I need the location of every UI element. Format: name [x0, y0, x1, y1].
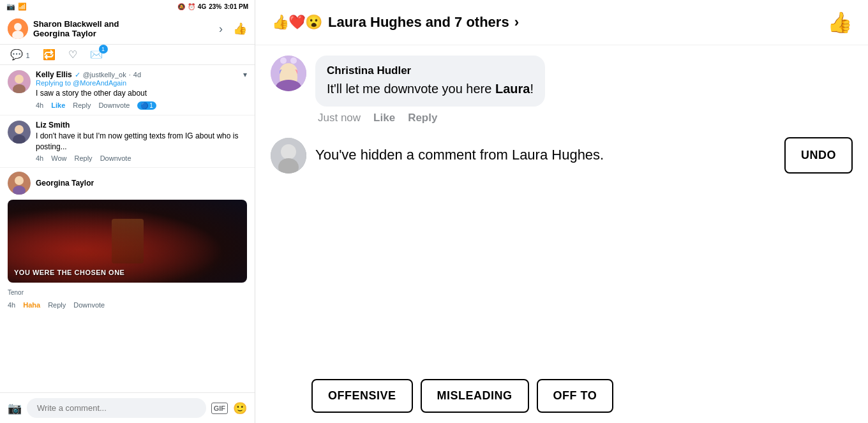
time-display: 3:01 PM — [224, 3, 248, 10]
liz-content: Liz Smith I don't have it but I'm now ge… — [36, 121, 247, 163]
comment-reply-button[interactable]: Reply — [408, 112, 437, 124]
svg-point-4 — [15, 75, 24, 84]
reactions-chevron-icon[interactable]: › — [514, 14, 519, 31]
header-names: Sharon Blackwell and Georgina Taylor — [33, 19, 119, 38]
mail-icon[interactable]: ✉️ 1 — [90, 48, 103, 61]
liz-reply-btn[interactable]: Reply — [75, 154, 93, 162]
retweet-icon[interactable]: 🔁 — [43, 48, 56, 61]
wifi-icon: 📶 — [18, 3, 27, 11]
kelly-reply-to: Replying to @MoreAndAgain — [36, 79, 247, 87]
georgina-actions: 4h Haha Reply Downvote — [0, 300, 255, 313]
comment-like-button[interactable]: Like — [373, 112, 395, 124]
network-type: 4G — [198, 3, 206, 10]
header-avatar — [8, 19, 28, 39]
kelly-tweet-text: I saw a story the other day about — [36, 88, 247, 99]
kelly-more-icon[interactable]: ▾ — [243, 70, 247, 79]
twitter-header: Sharon Blackwell and Georgina Taylor › 👍 — [0, 13, 255, 45]
georgina-avatar — [8, 172, 31, 195]
thumbs-up-button[interactable]: 👍 — [827, 10, 853, 34]
kelly-age: 4h — [36, 101, 43, 109]
kelly-verified-icon: ✓ — [75, 71, 80, 79]
heart-icon[interactable]: ♡ — [68, 48, 77, 61]
off-to-button[interactable]: OFF TO — [537, 379, 614, 413]
christina-bubble: Christina Hudler It'll let me downvote y… — [315, 56, 545, 107]
svg-point-10 — [15, 176, 24, 185]
status-left: 📷 📶 — [6, 3, 27, 11]
georgina-haha-btn[interactable]: Haha — [23, 301, 40, 309]
undo-button[interactable]: UNDO — [784, 137, 853, 174]
kelly-tweet-content: Kelly Ellis ✓ @justkelly_ok · 4d ▾ Reply… — [36, 70, 247, 110]
liz-avatar — [8, 121, 31, 144]
svg-point-13 — [280, 57, 287, 64]
gif-input-label[interactable]: GIF — [211, 403, 228, 414]
georgina-downvote-btn[interactable]: Downvote — [73, 301, 105, 309]
gif-container: YOU WERE THE CHOSEN ONE — [8, 200, 247, 283]
comment-text-main: It'll let me downvote you here — [327, 82, 495, 96]
reaction-emojis: 👍 ❤️ 😮 — [271, 13, 320, 32]
battery-percent: 23% — [209, 3, 221, 10]
emoji-input-icon[interactable]: 🙂 — [233, 401, 247, 415]
kelly-post-time: 4d — [133, 71, 141, 78]
wow-emoji: 😮 — [304, 13, 323, 32]
liz-name: Liz Smith — [36, 121, 247, 130]
comment-input-bar: 📷 GIF 🙂 — [0, 392, 255, 423]
hidden-comment-row: You've hidden a comment from Laura Hughe… — [271, 137, 853, 174]
status-bar: 📷 📶 🔕 ⏰ 4G 23% 3:01 PM — [0, 0, 255, 13]
misleading-button[interactable]: MISLEADING — [421, 379, 529, 413]
gif-caption: YOU WERE THE CHOSEN ONE — [14, 269, 124, 276]
header-icons: › 👍 — [219, 22, 247, 36]
svg-point-22 — [281, 144, 296, 160]
camera-input-icon[interactable]: 📷 — [8, 401, 22, 415]
kelly-actions: 4h Like Reply Downvote 🔵 1 — [36, 101, 247, 110]
georgina-section: Georgina Taylor — [0, 168, 255, 195]
georgina-age: 4h — [8, 301, 15, 309]
camera-icon: 📷 — [6, 3, 15, 11]
christina-author: Christina Hudler — [327, 64, 534, 77]
svg-point-7 — [15, 125, 24, 134]
kelly-username: Kelly Ellis — [36, 70, 72, 79]
kelly-ellis-tweet: Kelly Ellis ✓ @justkelly_ok · 4d ▾ Reply… — [0, 65, 255, 115]
christina-actions: Just now Like Reply — [315, 112, 545, 124]
hidden-content: You've hidden a comment from Laura Hughe… — [315, 145, 775, 165]
kelly-like-btn[interactable]: Like — [51, 101, 65, 109]
kelly-downvote-btn[interactable]: Downvote — [98, 101, 130, 109]
thumbs-up-icon[interactable]: 👍 — [233, 22, 247, 36]
liz-age: 4h — [36, 154, 43, 162]
offensive-button[interactable]: OFFENSIVE — [311, 379, 413, 413]
chevron-right-icon[interactable]: › — [219, 22, 223, 36]
georgina-header: Georgina Taylor — [8, 172, 247, 195]
christina-avatar — [271, 56, 306, 91]
mail-badge: 1 — [99, 45, 108, 54]
comments-section: Christina Hudler It'll let me downvote y… — [255, 45, 868, 379]
liz-downvote-btn[interactable]: Downvote — [100, 154, 131, 162]
comment-bold-laura: Laura — [495, 82, 530, 96]
hidden-avatar — [271, 138, 306, 174]
comment-exclaim: ! — [530, 82, 534, 96]
liz-wow-btn[interactable]: Wow — [51, 154, 66, 162]
tweet-actions-bar: 💬 1 🔁 ♡ ✉️ 1 — [0, 45, 255, 65]
comment-timestamp: Just now — [318, 112, 361, 124]
status-right: 🔕 ⏰ 4G 23% 3:01 PM — [177, 3, 248, 10]
svg-point-14 — [290, 57, 297, 64]
comment-input[interactable] — [27, 398, 206, 418]
kelly-time: · — [129, 71, 131, 78]
gif-source: Tenor — [0, 288, 255, 297]
georgina-name: Georgina Taylor — [36, 179, 94, 188]
reactions-count-text: Laura Hughes and 7 others — [328, 14, 509, 31]
mute-icon: 🔕 — [177, 3, 185, 10]
kelly-avatar — [8, 70, 31, 93]
left-panel: 📷 📶 🔕 ⏰ 4G 23% 3:01 PM Sharon Blackwell … — [0, 0, 255, 423]
svg-point-1 — [14, 23, 22, 31]
reply-count-icon[interactable]: 💬 1 — [10, 48, 30, 61]
reactions-bar: 👍 ❤️ 😮 Laura Hughes and 7 others › 👍 — [255, 0, 868, 45]
liz-actions: 4h Wow Reply Downvote — [36, 154, 247, 162]
alarm-icon: ⏰ — [188, 3, 195, 10]
report-buttons: OFFENSIVE MISLEADING OFF TO — [255, 379, 868, 423]
kelly-count-badge: 🔵 1 — [137, 101, 156, 110]
kelly-handle: @justkelly_ok — [83, 71, 126, 78]
christina-comment-row: Christina Hudler It'll let me downvote y… — [271, 56, 853, 124]
liz-smith-comment: Liz Smith I don't have it but I'm now ge… — [0, 115, 255, 168]
georgina-reply-btn[interactable]: Reply — [48, 301, 66, 309]
hidden-text: You've hidden a comment from Laura Hughe… — [315, 147, 604, 163]
kelly-reply-btn[interactable]: Reply — [73, 101, 91, 109]
